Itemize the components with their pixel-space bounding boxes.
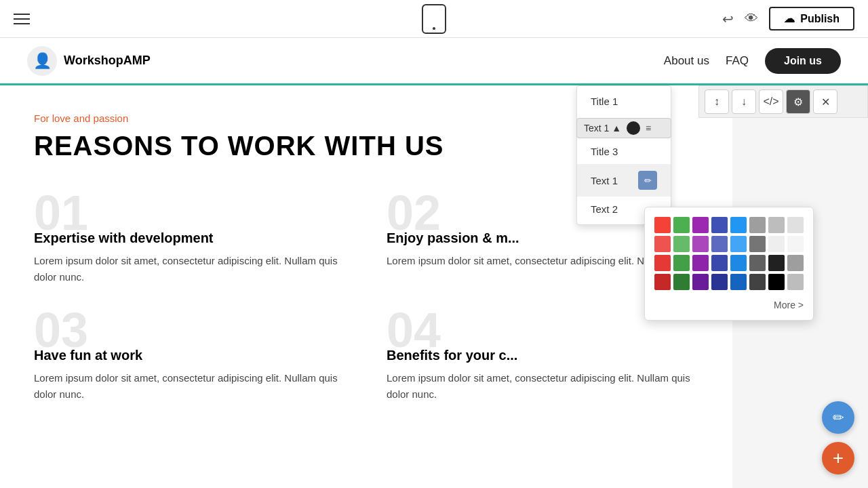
edit-fab-button[interactable]: ✏ <box>822 401 854 434</box>
color-indicator[interactable] <box>627 121 640 135</box>
color-picker-panel: More > <box>644 207 814 321</box>
undo-icon[interactable]: ↩ <box>722 11 734 27</box>
color-swatch-1[interactable] <box>673 217 690 233</box>
site-logo: 👤 WorkshopAMP <box>27 46 151 76</box>
edit-icon-button[interactable]: ✏ <box>638 171 657 190</box>
cloud-upload-icon: ☁ <box>784 12 795 25</box>
reason-heading-01: Expertise with development <box>34 230 346 246</box>
color-swatch-27[interactable] <box>711 274 728 290</box>
color-grid <box>654 217 804 290</box>
color-swatch-17[interactable] <box>673 255 690 271</box>
color-swatch-28[interactable] <box>730 274 747 290</box>
color-swatch-0[interactable] <box>654 217 671 233</box>
reason-text-04: Lorem ipsum dolor sit amet, consectetur … <box>387 370 698 403</box>
edit-pencil-icon: ✏ <box>833 409 844 426</box>
color-swatch-30[interactable] <box>768 274 785 290</box>
reason-text-03: Lorem ipsum dolor sit amet, consectetur … <box>34 370 346 403</box>
color-swatch-22[interactable] <box>768 255 785 271</box>
reason-heading-04: Benefits for your c... <box>387 348 698 363</box>
color-swatch-23[interactable] <box>787 255 804 271</box>
dropdown-menu: Title 1 Title 2 Title 3 Text 1 ✏ Text 2 <box>576 85 671 225</box>
color-swatch-26[interactable] <box>692 274 709 290</box>
color-swatch-5[interactable] <box>749 217 766 233</box>
color-swatch-11[interactable] <box>711 236 728 252</box>
reason-item-01: 01 Expertise with development Lorem ipsu… <box>34 188 346 285</box>
element-toolbar: ↕ ↓ </> ⚙ ✕ <box>698 85 868 118</box>
color-swatch-18[interactable] <box>692 255 709 271</box>
color-swatch-24[interactable] <box>654 274 671 290</box>
dropdown-title1[interactable]: Title 1 <box>577 89 671 114</box>
color-swatch-8[interactable] <box>654 236 671 252</box>
color-swatch-6[interactable] <box>768 217 785 233</box>
add-plus-icon: + <box>833 447 844 469</box>
text-align-icon[interactable]: ≡ <box>646 123 651 134</box>
download-icon[interactable]: ↓ <box>732 89 756 114</box>
color-swatch-4[interactable] <box>730 217 747 233</box>
avatar-icon: 👤 <box>27 46 57 76</box>
toolbar-left <box>14 14 30 24</box>
color-swatch-13[interactable] <box>749 236 766 252</box>
dropdown-title3[interactable]: Title 3 <box>577 139 671 164</box>
text-selector-label[interactable]: Text 1 ▲ <box>584 123 621 134</box>
more-colors-button[interactable]: More > <box>654 297 804 310</box>
color-swatch-21[interactable] <box>749 255 766 271</box>
toolbar-right: ↩ 👁 ☁ Publish <box>722 7 854 30</box>
color-swatch-9[interactable] <box>673 236 690 252</box>
color-swatch-7[interactable] <box>787 217 804 233</box>
publish-label: Publish <box>800 13 840 25</box>
top-toolbar: ↩ 👁 ☁ Publish <box>0 0 868 38</box>
code-icon[interactable]: </> <box>759 89 783 114</box>
site-navbar: 👤 WorkshopAMP About us FAQ Join us <box>0 38 868 85</box>
color-swatch-15[interactable] <box>787 236 804 252</box>
publish-button[interactable]: ☁ Publish <box>769 7 854 30</box>
color-swatch-14[interactable] <box>768 236 785 252</box>
site-name: WorkshopAMP <box>64 54 151 68</box>
preview-icon[interactable]: 👁 <box>745 11 758 26</box>
nav-about-us[interactable]: About us <box>664 54 709 68</box>
text-selector-bar: Text 1 ▲ ≡ <box>576 118 671 138</box>
color-swatch-20[interactable] <box>730 255 747 271</box>
move-icon[interactable]: ↕ <box>705 89 729 114</box>
toolbar-center <box>422 4 446 34</box>
color-swatch-25[interactable] <box>673 274 690 290</box>
reason-text-01: Lorem ipsum dolor sit amet, consectetur … <box>34 253 346 285</box>
color-swatch-19[interactable] <box>711 255 728 271</box>
reason-heading-03: Have fun at work <box>34 348 346 363</box>
color-swatch-12[interactable] <box>730 236 747 252</box>
color-swatch-31[interactable] <box>787 274 804 290</box>
add-fab-button[interactable]: + <box>822 442 854 474</box>
color-swatch-10[interactable] <box>692 236 709 252</box>
color-swatch-3[interactable] <box>711 217 728 233</box>
delete-icon[interactable]: ✕ <box>813 89 837 114</box>
site-nav-links: About us FAQ Join us <box>664 48 841 74</box>
nav-faq[interactable]: FAQ <box>726 54 749 68</box>
hamburger-menu-icon[interactable] <box>14 14 30 24</box>
mobile-preview-icon[interactable] <box>422 4 446 34</box>
dropdown-text1[interactable]: Text 1 ✏ <box>577 164 671 197</box>
color-swatch-16[interactable] <box>654 255 671 271</box>
reason-item-03: 03 Have fun at work Lorem ipsum dolor si… <box>34 306 346 403</box>
settings-icon[interactable]: ⚙ <box>786 89 810 114</box>
join-us-button[interactable]: Join us <box>765 48 841 74</box>
color-swatch-2[interactable] <box>692 217 709 233</box>
color-swatch-29[interactable] <box>749 274 766 290</box>
